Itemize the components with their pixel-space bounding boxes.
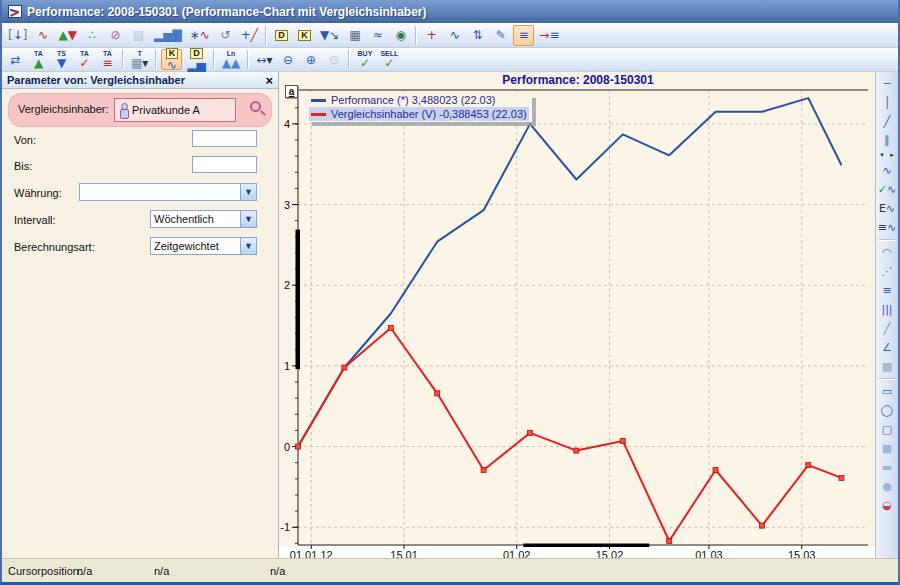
trend-icon[interactable]: ∿ bbox=[878, 161, 897, 179]
filled-ellipse-icon[interactable]: ● bbox=[878, 477, 897, 495]
roundrect-icon[interactable]: ▢ bbox=[878, 420, 897, 438]
legend-icon[interactable]: ≡ bbox=[513, 25, 534, 46]
crosshair-icon[interactable]: + bbox=[421, 25, 442, 46]
x-zoom-range-bar[interactable] bbox=[523, 544, 649, 548]
cycle-lines-icon[interactable]: ||| bbox=[878, 300, 897, 318]
waehrung-select[interactable]: ▼ bbox=[79, 183, 257, 201]
value-table-icon[interactable]: →≡ bbox=[536, 25, 562, 46]
filled-rect-icon[interactable]: ■ bbox=[878, 439, 897, 457]
axis-style-button[interactable]: a bbox=[285, 85, 298, 98]
intervall-select[interactable]: Wöchentlich ▼ bbox=[150, 210, 257, 228]
chevron-down-icon[interactable]: ▼ bbox=[240, 211, 256, 227]
search-icon[interactable] bbox=[250, 101, 261, 112]
chevron-down-icon[interactable]: ▼ bbox=[240, 184, 256, 200]
bar-chart-icon[interactable]: ▂▅▇ bbox=[151, 25, 185, 46]
snapshot-line-icon[interactable]: ∗∿ bbox=[187, 25, 213, 46]
legend-dash-icon bbox=[311, 113, 326, 116]
sell-flag-icon[interactable]: SELL✓ bbox=[377, 49, 401, 70]
ta-check-icon[interactable]: TA✓ bbox=[74, 49, 95, 70]
add-line-icon[interactable]: +╱ bbox=[238, 25, 261, 46]
trend-check-icon[interactable]: ✓∿ bbox=[878, 180, 897, 198]
data-marker-vergleichsinhaber[interactable] bbox=[713, 467, 718, 472]
no-draw-icon[interactable]: ⊘ bbox=[105, 25, 126, 46]
data-marker-vergleichsinhaber[interactable] bbox=[620, 438, 625, 443]
ta-table-icon[interactable]: TA≡ bbox=[97, 49, 118, 70]
width-dropdown-icon[interactable]: ↔▾ bbox=[253, 49, 275, 70]
zoom-in-icon[interactable]: ⊕ bbox=[300, 49, 321, 70]
t-interval-icon[interactable]: T▦▾ bbox=[128, 49, 151, 70]
von-input[interactable] bbox=[192, 130, 257, 147]
data-marker-vergleichsinhaber[interactable] bbox=[806, 463, 811, 468]
d-bar-chart-icon-glyph: ▅ bbox=[197, 59, 206, 71]
x-tick-label: 01.02 bbox=[503, 549, 531, 558]
t-interval-icon-glyph: ▾ bbox=[142, 57, 148, 69]
buy-sell-circle-icon[interactable]: ◉ bbox=[390, 25, 411, 46]
ta-run-icon[interactable]: TA▲ bbox=[28, 49, 49, 70]
buy-flag-icon[interactable]: BUY✓ bbox=[354, 49, 375, 70]
shift-scale-icon[interactable]: ⇅ bbox=[467, 25, 488, 46]
channel-icon[interactable]: ∥ bbox=[878, 131, 897, 149]
undo-chart-icon-glyph: ↺ bbox=[220, 29, 230, 41]
strike-lines-icon[interactable]: ≈ bbox=[367, 25, 388, 46]
filled-roundrect-icon[interactable]: ▬ bbox=[878, 458, 897, 476]
data-marker-vergleichsinhaber[interactable] bbox=[527, 430, 532, 435]
data-marker-vergleichsinhaber[interactable] bbox=[481, 467, 486, 472]
day-axis-icon[interactable]: D bbox=[271, 25, 292, 46]
chevron-down-icon[interactable]: ▼ bbox=[240, 238, 256, 254]
trend-eq-icon[interactable]: ≡∿ bbox=[878, 218, 897, 236]
vergleichsinhaber-value-box[interactable]: Privatkunde A bbox=[114, 98, 236, 122]
paste-series-icon[interactable]: [↓] bbox=[5, 25, 30, 46]
legend-item-vergleichsinhaber[interactable]: Vergleichsinhaber (V) -0,388453 (22.03) bbox=[309, 107, 529, 121]
refresh-icon[interactable]: ⇄ bbox=[5, 49, 26, 70]
zoom-sel-icon[interactable]: ⊙ bbox=[323, 49, 344, 70]
sort-triangles-icon[interactable]: ▼↘ bbox=[317, 25, 342, 46]
segment-icon[interactable]: ╱ bbox=[878, 112, 897, 130]
gann-arc-icon[interactable]: ◠ bbox=[878, 243, 897, 261]
ts-icon[interactable]: TS▼ bbox=[51, 49, 72, 70]
data-marker-vergleichsinhaber[interactable] bbox=[342, 365, 347, 370]
pie3d-icon[interactable]: ◒ bbox=[878, 496, 897, 514]
retracement-icon[interactable]: ≡ bbox=[878, 281, 897, 299]
trendline2-icon[interactable]: ╱ bbox=[878, 319, 897, 337]
legend-dash-icon bbox=[311, 99, 326, 102]
y-tick-label: 1 bbox=[284, 360, 290, 372]
data-marker-vergleichsinhaber[interactable] bbox=[296, 444, 301, 449]
berechnungsart-select[interactable]: Zeitgewichtet ▼ bbox=[150, 237, 257, 255]
data-marker-vergleichsinhaber[interactable] bbox=[759, 523, 764, 528]
expand-mini-icon[interactable]: ▸ bbox=[887, 150, 897, 160]
close-icon[interactable]: × bbox=[265, 74, 273, 87]
speed-lines-icon[interactable]: ∠ bbox=[878, 338, 897, 356]
legend-item-performance[interactable]: Performance (*) 3,488023 (22.03) bbox=[309, 93, 529, 107]
undo-chart-icon[interactable]: ↺ bbox=[215, 25, 236, 46]
hatch-pattern-icon[interactable]: ▩ bbox=[878, 357, 897, 375]
draw-line-icon[interactable]: ✎ bbox=[490, 25, 511, 46]
scatter-points-icon[interactable]: ∴ bbox=[82, 25, 103, 46]
performance-line-icon[interactable]: ∿ bbox=[32, 25, 53, 46]
data-marker-vergleichsinhaber[interactable] bbox=[839, 475, 844, 480]
grid-icon[interactable]: ▦ bbox=[344, 25, 365, 46]
trend-e-icon[interactable]: E∿ bbox=[878, 199, 897, 217]
bis-input[interactable] bbox=[192, 156, 257, 173]
data-marker-vergleichsinhaber[interactable] bbox=[435, 391, 440, 396]
y-zoom-range-bar[interactable] bbox=[296, 230, 301, 370]
ellipse-icon[interactable]: ◯ bbox=[878, 401, 897, 419]
data-marker-vergleichsinhaber[interactable] bbox=[667, 538, 672, 543]
vline-icon[interactable]: │ bbox=[878, 93, 897, 111]
area-chart-icon[interactable]: ▨ bbox=[128, 25, 149, 46]
filled-rect-icon-glyph: ■ bbox=[882, 443, 892, 454]
candle-axis-icon[interactable]: K bbox=[294, 25, 315, 46]
legend-label: Performance (*) 3,488023 (22.03) bbox=[331, 94, 495, 106]
collapse-mini-icon[interactable]: ▾ bbox=[877, 150, 887, 160]
rect-icon[interactable]: ▭ bbox=[878, 382, 897, 400]
hline-icon[interactable]: ─ bbox=[878, 74, 897, 92]
data-marker-vergleichsinhaber[interactable] bbox=[388, 325, 393, 330]
intervall-label: Intervall: bbox=[14, 214, 56, 226]
high-low-chart-icon[interactable]: ▲▼ bbox=[55, 25, 79, 46]
ln-scale-icon[interactable]: Ln▲▲ bbox=[219, 49, 243, 70]
d-bar-chart-icon[interactable]: D▂▅ bbox=[184, 49, 208, 70]
k-line-chart-icon[interactable]: K∿ bbox=[161, 49, 182, 70]
fan-lines-icon[interactable]: ⋰ bbox=[878, 262, 897, 280]
zoom-out-icon[interactable]: ⊖ bbox=[277, 49, 298, 70]
zigzag-icon[interactable]: ∿ bbox=[444, 25, 465, 46]
data-marker-vergleichsinhaber[interactable] bbox=[574, 448, 579, 453]
